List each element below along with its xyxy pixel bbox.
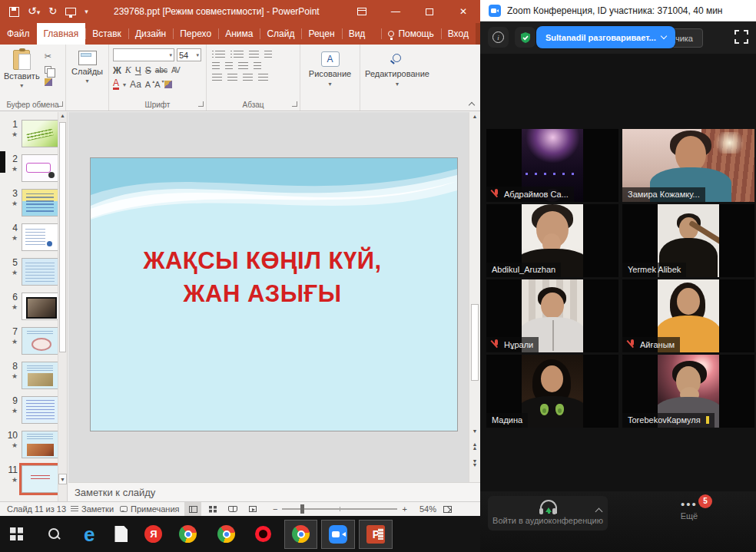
tab-insert[interactable]: Вставк [85,23,128,45]
tab-file[interactable]: Файл [0,23,37,45]
align-right-icon[interactable] [243,74,253,81]
tab-transitions[interactable]: Перехо [173,23,218,45]
bold-button[interactable]: Ж [113,65,121,76]
reading-view-icon[interactable] [224,502,241,516]
line-spacing-icon[interactable] [249,51,259,58]
scroll-up-icon[interactable]: ▲ [469,114,480,119]
zoom-out-icon[interactable]: − [273,504,277,514]
scroll-up-icon[interactable]: ▲ [58,113,67,118]
comments-toggle[interactable]: Примечания [120,502,180,516]
strikethrough-button[interactable]: S [145,65,151,76]
customize-qat-icon[interactable]: ▾ [85,8,88,15]
tab-design[interactable]: Дизайн [128,23,173,45]
numbering-icon[interactable] [234,51,244,58]
justify-icon[interactable] [258,74,268,81]
current-slide[interactable]: ЖАҚСЫ КӨҢІЛ КҮЙ, ЖАН АЗЫҒЫ [90,157,458,431]
previous-slide-icon[interactable]: ▲▲ [469,442,480,450]
meeting-info-button[interactable]: i [488,27,509,48]
participant-tile[interactable]: Абдраймов Са... [486,129,618,202]
participant-tile[interactable]: Мадина [486,355,618,428]
align-text-icon[interactable] [254,62,261,70]
participant-tile[interactable]: Нұрали [486,279,618,352]
documents-icon[interactable] [114,526,128,542]
yandex-browser-icon[interactable]: Я [144,525,162,543]
save-icon[interactable] [9,7,19,17]
taskbar-search-icon[interactable] [47,527,61,541]
slide-thumb-2[interactable]: 2★ [6,154,58,182]
minimize-icon[interactable]: — [379,0,413,23]
char-spacing-button[interactable]: AV [171,66,180,74]
fullscreen-icon[interactable] [734,30,748,44]
underline-button[interactable]: Ч [135,65,141,76]
dialog-launcher-icon[interactable] [58,101,63,107]
align-center-icon[interactable] [227,74,237,81]
tab-review[interactable]: Рецен [301,23,341,45]
powerpoint-active-button[interactable]: P [359,520,393,549]
scroll-down-icon[interactable]: ▼ [58,474,67,484]
undo-icon[interactable]: ↺▾ [28,6,40,17]
chrome-active-button[interactable] [284,520,317,549]
bullets-icon[interactable] [215,51,225,58]
participant-tile[interactable]: Айғаным [622,279,754,352]
zoom-slider-knob[interactable] [300,504,304,514]
new-slide-icon[interactable] [78,51,97,65]
scrollbar-thumb[interactable] [471,304,479,381]
participant-tile[interactable]: Замира Кожамку... [622,129,754,202]
slide-title-text[interactable]: ЖАҚСЫ КӨҢІЛ КҮЙ, ЖАН АЗЫҒЫ [91,244,434,311]
participant-tile[interactable]: Abdikul_Aruzhan [486,204,618,277]
tab-home[interactable]: Главная [37,23,86,45]
participant-tile[interactable]: TorebekovКармуля [622,355,754,428]
cut-icon[interactable]: ✂ [45,51,52,61]
change-case-button[interactable]: Аа [130,79,141,90]
slideshow-icon[interactable] [244,502,261,516]
clear-formatting-icon[interactable] [164,81,172,88]
paste-button[interactable]: Вставить ▾ [4,48,40,89]
participant-tile[interactable]: Yermek Alibek [622,204,754,277]
zoom-slider[interactable] [282,508,397,510]
chevron-up-icon[interactable] [595,507,603,514]
editing-button[interactable]: Редактирование ▾ [364,48,430,88]
text-direction-icon[interactable] [264,51,272,58]
slide-thumb-11-selected[interactable]: 11★ [6,465,58,493]
slide-thumb-5[interactable]: 5★ [6,258,58,286]
grow-font-button[interactable]: А [145,80,151,89]
dialog-launcher-icon[interactable] [198,101,204,107]
tab-animations[interactable]: Анима [218,23,260,45]
edge-icon[interactable]: e [84,526,94,543]
tab-view[interactable]: Вид [342,23,373,45]
notes-pane[interactable]: Заметки к слайду [68,482,480,501]
next-slide-icon[interactable]: ▼▼ [469,459,480,467]
chrome-icon[interactable] [179,525,197,543]
columns-icon[interactable] [238,62,248,70]
start-button-icon[interactable] [10,527,23,540]
ribbon-display-options-icon[interactable] [345,0,379,23]
chrome-icon[interactable] [217,525,235,543]
scrollbar-thumb[interactable] [59,122,66,352]
slide-thumb-10[interactable]: 10★ [6,431,58,458]
copy-icon[interactable] [45,66,51,74]
font-color-button[interactable]: А [113,79,119,90]
font-size-combo[interactable]: 54▾ [177,48,201,61]
join-audio-button[interactable]: Войти в аудиоконференцию [488,496,608,531]
vertical-scrollbar[interactable]: ▲ ▼ ▲▲ ▼▼ [469,112,480,482]
zoom-active-button[interactable] [321,520,355,549]
slide-thumb-8[interactable]: 8★ [6,362,58,389]
slide-thumb-4[interactable]: 4★ [6,223,58,251]
align-left-icon[interactable] [212,74,222,81]
thumbnail-scrollbar[interactable]: ▲ ▼ [58,112,67,501]
close-icon[interactable]: ✕ [446,0,480,23]
redo-icon[interactable]: ↻ [48,7,57,16]
italic-button[interactable]: К [125,64,131,76]
zoom-in-icon[interactable]: + [402,504,406,514]
slide-thumb-3[interactable]: 3★ [6,189,58,217]
slide-thumb-9[interactable]: 9★ [6,396,58,424]
more-button[interactable]: ••• 5 Ещё [665,497,714,521]
sign-in-button[interactable]: Вход [441,23,476,45]
normal-view-icon[interactable] [184,502,201,516]
increase-indent-icon[interactable] [225,62,233,70]
shadow-button[interactable]: abc [155,66,167,74]
dialog-launcher-icon[interactable] [292,101,297,107]
active-speaker-button[interactable]: Sultanadil разговаривает... [536,26,675,48]
scroll-down-icon[interactable]: ▼ [469,428,480,434]
decrease-indent-icon[interactable] [212,62,220,70]
